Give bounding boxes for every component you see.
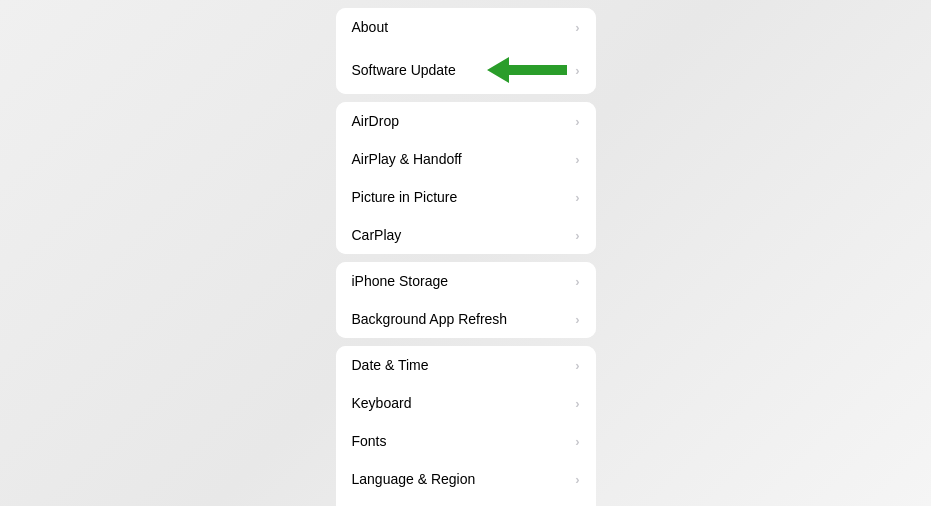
settings-list: About › Software Update › AirDrop › AirP… <box>336 8 596 506</box>
chevron-carplay: › <box>575 228 579 243</box>
row-date-time-label: Date & Time <box>352 357 429 373</box>
row-airplay-handoff-label: AirPlay & Handoff <box>352 151 462 167</box>
row-picture-in-picture[interactable]: Picture in Picture › <box>336 178 596 216</box>
chevron-picture-in-picture: › <box>575 190 579 205</box>
row-airplay-handoff[interactable]: AirPlay & Handoff › <box>336 140 596 178</box>
row-airdrop-label: AirDrop <box>352 113 399 129</box>
row-keyboard[interactable]: Keyboard › <box>336 384 596 422</box>
row-fonts-label: Fonts <box>352 433 387 449</box>
row-picture-in-picture-label: Picture in Picture <box>352 189 458 205</box>
row-about[interactable]: About › <box>336 8 596 46</box>
row-language-region-label: Language & Region <box>352 471 476 487</box>
row-keyboard-label: Keyboard <box>352 395 412 411</box>
chevron-about: › <box>575 20 579 35</box>
section-connectivity: AirDrop › AirPlay & Handoff › Picture in… <box>336 102 596 254</box>
chevron-date-time: › <box>575 358 579 373</box>
green-arrow-icon <box>487 57 567 83</box>
row-date-time[interactable]: Date & Time › <box>336 346 596 384</box>
row-background-app-refresh-label: Background App Refresh <box>352 311 508 327</box>
row-language-region[interactable]: Language & Region › <box>336 460 596 498</box>
chevron-airplay-handoff: › <box>575 152 579 167</box>
chevron-background-app-refresh: › <box>575 312 579 327</box>
section-about: About › Software Update › <box>336 8 596 94</box>
row-about-label: About <box>352 19 389 35</box>
row-iphone-storage[interactable]: iPhone Storage › <box>336 262 596 300</box>
row-dictionary[interactable]: Dictionary › <box>336 498 596 506</box>
chevron-iphone-storage: › <box>575 274 579 289</box>
row-fonts[interactable]: Fonts › <box>336 422 596 460</box>
row-iphone-storage-label: iPhone Storage <box>352 273 449 289</box>
chevron-keyboard: › <box>575 396 579 411</box>
row-airdrop[interactable]: AirDrop › <box>336 102 596 140</box>
row-software-update-label: Software Update <box>352 62 456 78</box>
chevron-language-region: › <box>575 472 579 487</box>
section-storage: iPhone Storage › Background App Refresh … <box>336 262 596 338</box>
row-carplay[interactable]: CarPlay › <box>336 216 596 254</box>
row-software-update[interactable]: Software Update › <box>336 46 596 94</box>
section-system: Date & Time › Keyboard › Fonts › Languag… <box>336 346 596 506</box>
svg-marker-0 <box>487 57 567 83</box>
chevron-software-update: › <box>575 63 579 78</box>
row-carplay-label: CarPlay <box>352 227 402 243</box>
chevron-airdrop: › <box>575 114 579 129</box>
chevron-fonts: › <box>575 434 579 449</box>
row-background-app-refresh[interactable]: Background App Refresh › <box>336 300 596 338</box>
